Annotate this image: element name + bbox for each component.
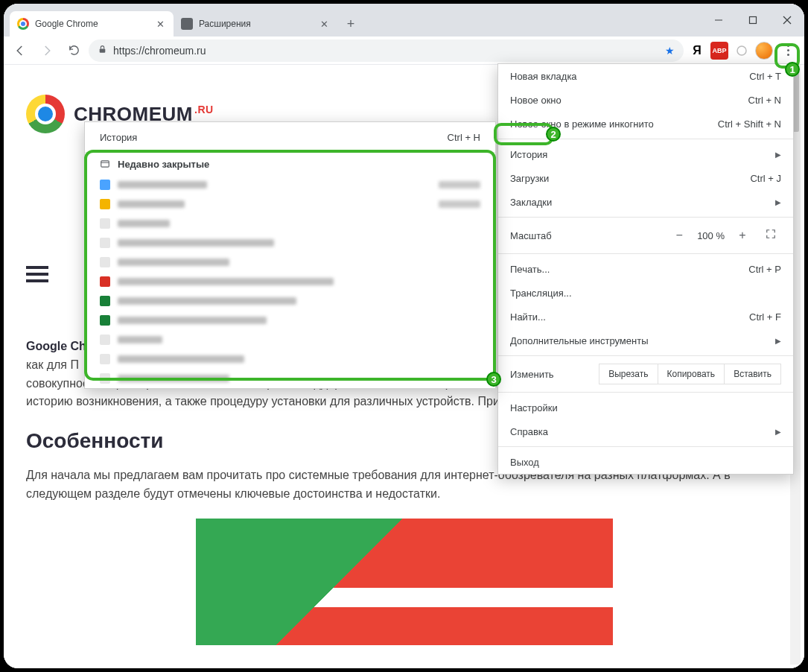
close-window-button[interactable] [770, 4, 804, 37]
history-entry[interactable] [85, 330, 495, 349]
history-entry-title [118, 181, 207, 188]
tab-active[interactable]: Google Chrome ✕ [10, 11, 174, 37]
minimize-button[interactable] [702, 4, 736, 37]
chevron-right-icon: ▶ [775, 198, 781, 206]
menu-help[interactable]: Справка▶ [498, 419, 793, 443]
reload-button[interactable] [62, 39, 86, 63]
menu-edit-row: Изменить Вырезать Копировать Вставить [498, 359, 793, 389]
extension-icon [181, 18, 193, 30]
zoom-in-button[interactable]: + [732, 229, 753, 242]
menu-new-tab[interactable]: Новая вкладкаCtrl + T [498, 64, 793, 88]
svg-point-5 [737, 46, 746, 55]
favicon [100, 315, 110, 326]
close-icon[interactable]: ✕ [154, 18, 166, 30]
chevron-right-icon: ▶ [775, 150, 781, 159]
menu-print[interactable]: Печать...Ctrl + P [498, 257, 793, 281]
browser-window: Google Chrome ✕ Расширения ✕ + https://c… [4, 4, 804, 668]
history-entry-title [118, 278, 334, 285]
window-icon [100, 159, 110, 169]
history-entry[interactable] [85, 194, 495, 214]
history-entry-title [118, 317, 267, 324]
history-entry[interactable] [85, 214, 495, 233]
menu-more-tools[interactable]: Дополнительные инструменты▶ [498, 329, 793, 352]
copy-button[interactable]: Копировать [658, 364, 725, 384]
history-entry-title [118, 259, 229, 266]
menu-new-window[interactable]: Новое окноCtrl + N [498, 88, 793, 112]
history-entry-meta [439, 200, 480, 208]
history-entry[interactable] [85, 291, 495, 311]
menu-separator [498, 446, 793, 447]
hamburger-menu-icon[interactable] [26, 266, 48, 282]
menu-separator [498, 392, 793, 393]
favicon [100, 335, 110, 345]
menu-separator [498, 217, 793, 218]
zoom-value: 100 % [697, 230, 725, 241]
svg-rect-4 [100, 48, 106, 52]
menu-bookmarks[interactable]: Закладки▶ [498, 190, 793, 214]
menu-exit[interactable]: Выход [498, 450, 793, 474]
annotation-number-3: 3 [486, 372, 501, 387]
history-entry[interactable] [85, 233, 495, 253]
address-bar[interactable]: https://chromeum.ru ★ [89, 39, 684, 62]
back-button[interactable] [8, 39, 32, 63]
edit-label: Изменить [510, 369, 554, 380]
tab-inactive[interactable]: Расширения ✕ [174, 11, 337, 37]
menu-history[interactable]: История▶ [498, 142, 793, 166]
submenu-history-item[interactable]: ИсторияCtrl + H [85, 122, 495, 152]
paste-button[interactable]: Вставить [724, 364, 781, 384]
site-logo-icon [26, 95, 65, 133]
menu-separator [498, 253, 793, 254]
title-bar: Google Chrome ✕ Расширения ✕ + [4, 4, 804, 37]
history-entry-title [118, 355, 244, 363]
history-entry[interactable] [85, 349, 495, 369]
annotation-number-1: 1 [785, 62, 800, 77]
history-entry[interactable] [85, 272, 495, 291]
menu-incognito[interactable]: Новое окно в режиме инкогнитоCtrl + Shif… [498, 112, 793, 136]
history-entry-title [118, 336, 162, 343]
history-entry-title [118, 220, 170, 227]
history-submenu: ИсторияCtrl + H Недавно закрытые [84, 121, 496, 389]
history-entry-title [118, 200, 185, 208]
menu-cast[interactable]: Трансляция... [498, 281, 793, 305]
favicon [100, 218, 110, 229]
menu-find[interactable]: Найти...Ctrl + F [498, 305, 793, 329]
extension-generic-icon[interactable] [731, 40, 752, 61]
menu-zoom: Масштаб − 100 % + [498, 221, 793, 250]
window-controls [702, 4, 804, 37]
menu-downloads[interactable]: ЗагрузкиCtrl + J [498, 166, 793, 190]
history-entry[interactable] [85, 369, 495, 388]
toolbar: https://chromeum.ru ★ Я ABP [4, 37, 804, 65]
chevron-right-icon: ▶ [775, 337, 781, 345]
favicon [100, 276, 110, 287]
favicon [100, 296, 110, 306]
annotation-number-2: 2 [546, 127, 561, 142]
menu-settings[interactable]: Настройки [498, 396, 793, 419]
favicon [100, 238, 110, 248]
history-entry[interactable] [85, 175, 495, 194]
forward-button[interactable] [35, 39, 59, 63]
history-entry[interactable] [85, 311, 495, 330]
extension-yandex-icon[interactable]: Я [687, 40, 707, 61]
cut-button[interactable]: Вырезать [599, 364, 658, 384]
extension-abp-icon[interactable]: ABP [710, 42, 728, 60]
svg-rect-1 [750, 17, 757, 24]
history-entry[interactable] [85, 253, 495, 272]
history-entry-meta [439, 181, 480, 188]
bookmark-star-icon[interactable]: ★ [665, 45, 675, 57]
article-image [196, 519, 613, 645]
favicon [100, 199, 110, 209]
tab-title: Расширения [199, 19, 251, 29]
new-tab-button[interactable]: + [340, 13, 361, 34]
history-entry-title [118, 375, 229, 382]
fullscreen-icon[interactable] [760, 229, 781, 242]
recently-closed-header: Недавно закрытые [85, 153, 495, 175]
tab-title: Google Chrome [35, 19, 98, 29]
maximize-button[interactable] [736, 4, 770, 37]
close-icon[interactable]: ✕ [318, 18, 330, 30]
main-menu-button[interactable] [776, 39, 800, 63]
chrome-icon [17, 18, 29, 30]
tab-strip: Google Chrome ✕ Расширения ✕ + [10, 4, 361, 37]
zoom-out-button[interactable]: − [669, 229, 690, 242]
profile-avatar[interactable] [755, 42, 773, 60]
chevron-right-icon: ▶ [775, 428, 781, 436]
